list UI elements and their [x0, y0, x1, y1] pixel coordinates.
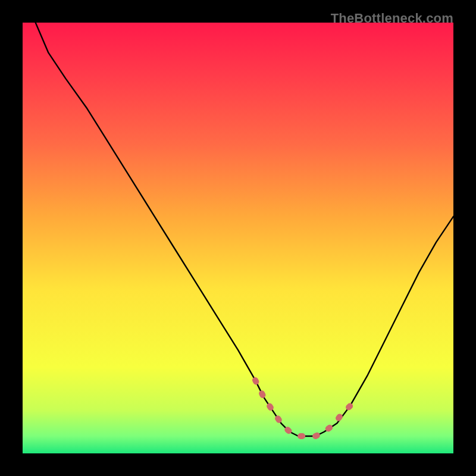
bottleneck-curve	[23, 23, 453, 436]
plot-area	[23, 23, 453, 453]
highlight-segment	[255, 380, 350, 436]
curve-layer	[23, 23, 453, 453]
watermark-text: TheBottleneck.com	[331, 11, 453, 26]
chart-frame: TheBottleneck.com	[11, 11, 465, 465]
